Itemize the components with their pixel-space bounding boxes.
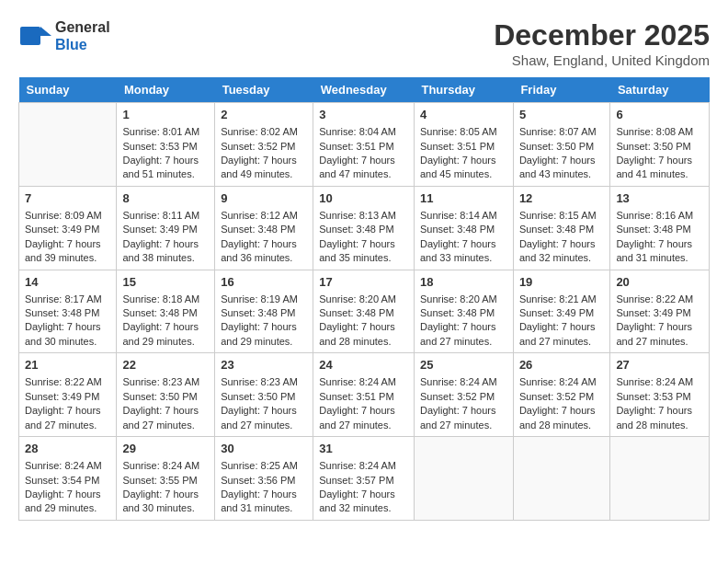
calendar-cell: 28 Sunrise: 8:24 AM Sunset: 3:54 PM Dayl…	[19, 437, 117, 521]
sunset-label: Sunset: 3:48 PM	[319, 224, 393, 235]
day-number: 9	[221, 190, 307, 207]
sunrise-label: Sunrise: 8:19 AM	[221, 293, 298, 304]
sunset-label: Sunset: 3:48 PM	[420, 307, 495, 318]
sunrise-label: Sunrise: 8:23 AM	[221, 376, 298, 387]
day-number: 29	[122, 441, 209, 457]
week-row-2: 14 Sunrise: 8:17 AM Sunset: 3:48 PM Dayl…	[19, 270, 710, 353]
sunset-label: Sunset: 3:57 PM	[319, 475, 393, 486]
sunset-label: Sunset: 3:51 PM	[319, 141, 393, 152]
sunrise-label: Sunrise: 8:24 AM	[420, 376, 497, 387]
calendar-cell: 17 Sunrise: 8:20 AM Sunset: 3:48 PM Dayl…	[313, 270, 415, 353]
sunset-label: Sunset: 3:55 PM	[122, 475, 197, 486]
calendar-cell: 13 Sunrise: 8:16 AM Sunset: 3:48 PM Dayl…	[610, 186, 710, 270]
calendar-cell: 2 Sunrise: 8:02 AM Sunset: 3:52 PM Dayli…	[215, 103, 313, 187]
day-number: 14	[25, 274, 110, 291]
calendar-cell: 20 Sunrise: 8:22 AM Sunset: 3:49 PM Dayl…	[610, 270, 710, 353]
calendar-cell	[414, 437, 513, 521]
calendar-cell: 8 Sunrise: 8:11 AM Sunset: 3:49 PM Dayli…	[117, 186, 215, 270]
logo: General Blue	[18, 18, 110, 53]
month-title: December 2025	[494, 18, 710, 52]
sunset-label: Sunset: 3:49 PM	[25, 224, 99, 235]
calendar-cell: 5 Sunrise: 8:07 AM Sunset: 3:50 PM Dayli…	[513, 103, 610, 187]
sunrise-label: Sunrise: 8:12 AM	[221, 210, 298, 221]
weekday-header-wednesday: Wednesday	[313, 77, 415, 103]
sunrise-label: Sunrise: 8:04 AM	[319, 126, 396, 137]
sunrise-label: Sunrise: 8:22 AM	[25, 376, 102, 387]
daylight-label: Daylight: 7 hours and 28 minutes.	[616, 405, 692, 430]
sunset-label: Sunset: 3:48 PM	[25, 307, 99, 318]
location: Shaw, England, United Kingdom	[494, 52, 710, 68]
calendar-table: SundayMondayTuesdayWednesdayThursdayFrid…	[18, 77, 710, 521]
calendar-cell: 25 Sunrise: 8:24 AM Sunset: 3:52 PM Dayl…	[414, 353, 513, 437]
sunrise-label: Sunrise: 8:24 AM	[519, 376, 597, 387]
sunrise-label: Sunrise: 8:08 AM	[616, 126, 693, 137]
day-number: 28	[25, 441, 110, 457]
calendar-cell: 22 Sunrise: 8:23 AM Sunset: 3:50 PM Dayl…	[117, 353, 215, 437]
day-number: 5	[519, 107, 605, 123]
sunset-label: Sunset: 3:48 PM	[221, 224, 295, 235]
calendar-cell: 30 Sunrise: 8:25 AM Sunset: 3:56 PM Dayl…	[215, 437, 313, 521]
calendar-cell: 3 Sunrise: 8:04 AM Sunset: 3:51 PM Dayli…	[313, 103, 415, 187]
sunrise-label: Sunrise: 8:24 AM	[319, 376, 396, 387]
sunrise-label: Sunrise: 8:18 AM	[122, 293, 199, 304]
logo-icon	[18, 19, 51, 52]
daylight-label: Daylight: 7 hours and 28 minutes.	[519, 405, 596, 430]
day-number: 6	[616, 107, 703, 123]
calendar-cell: 26 Sunrise: 8:24 AM Sunset: 3:52 PM Dayl…	[513, 353, 610, 437]
day-number: 15	[122, 274, 209, 291]
weekday-header-sunday: Sunday	[19, 77, 117, 103]
weekday-header-monday: Monday	[117, 77, 215, 103]
day-number: 11	[420, 190, 507, 207]
calendar-cell: 1 Sunrise: 8:01 AM Sunset: 3:53 PM Dayli…	[117, 103, 215, 187]
calendar-cell: 24 Sunrise: 8:24 AM Sunset: 3:51 PM Dayl…	[313, 353, 415, 437]
sunset-label: Sunset: 3:51 PM	[319, 391, 393, 402]
daylight-label: Daylight: 7 hours and 43 minutes.	[519, 155, 596, 179]
daylight-label: Daylight: 7 hours and 51 minutes.	[122, 155, 199, 179]
day-number: 13	[616, 190, 703, 207]
weekday-header-tuesday: Tuesday	[215, 77, 313, 103]
daylight-label: Daylight: 7 hours and 47 minutes.	[319, 155, 395, 179]
sunrise-label: Sunrise: 8:15 AM	[519, 210, 597, 221]
sunset-label: Sunset: 3:48 PM	[221, 307, 295, 318]
calendar-cell: 31 Sunrise: 8:24 AM Sunset: 3:57 PM Dayl…	[313, 437, 415, 521]
day-number: 8	[122, 190, 209, 207]
title-block: December 2025 Shaw, England, United King…	[494, 18, 710, 68]
sunrise-label: Sunrise: 8:24 AM	[616, 376, 693, 387]
daylight-label: Daylight: 7 hours and 49 minutes.	[221, 155, 297, 179]
calendar-cell: 19 Sunrise: 8:21 AM Sunset: 3:49 PM Dayl…	[513, 270, 610, 353]
calendar-cell: 11 Sunrise: 8:14 AM Sunset: 3:48 PM Dayl…	[414, 186, 513, 270]
sunset-label: Sunset: 3:49 PM	[616, 307, 690, 318]
sunset-label: Sunset: 3:56 PM	[221, 475, 295, 486]
calendar-cell: 18 Sunrise: 8:20 AM Sunset: 3:48 PM Dayl…	[414, 270, 513, 353]
calendar-cell: 15 Sunrise: 8:18 AM Sunset: 3:48 PM Dayl…	[117, 270, 215, 353]
weekday-header-row: SundayMondayTuesdayWednesdayThursdayFrid…	[19, 77, 710, 103]
day-number: 31	[319, 441, 408, 457]
daylight-label: Daylight: 7 hours and 30 minutes.	[122, 488, 199, 513]
daylight-label: Daylight: 7 hours and 27 minutes.	[616, 321, 692, 346]
sunset-label: Sunset: 3:51 PM	[420, 141, 495, 152]
sunset-label: Sunset: 3:48 PM	[616, 224, 690, 235]
day-number: 7	[25, 190, 110, 207]
week-row-3: 21 Sunrise: 8:22 AM Sunset: 3:49 PM Dayl…	[19, 353, 710, 437]
weekday-header-saturday: Saturday	[610, 77, 710, 103]
sunrise-label: Sunrise: 8:01 AM	[122, 126, 199, 137]
sunset-label: Sunset: 3:48 PM	[420, 224, 495, 235]
day-number: 12	[519, 190, 605, 207]
day-number: 25	[420, 357, 507, 373]
sunset-label: Sunset: 3:53 PM	[122, 141, 197, 152]
daylight-label: Daylight: 7 hours and 30 minutes.	[25, 321, 101, 346]
calendar-cell: 29 Sunrise: 8:24 AM Sunset: 3:55 PM Dayl…	[117, 437, 215, 521]
weekday-header-friday: Friday	[513, 77, 610, 103]
daylight-label: Daylight: 7 hours and 38 minutes.	[122, 238, 199, 263]
sunset-label: Sunset: 3:50 PM	[616, 141, 690, 152]
day-number: 18	[420, 274, 507, 291]
sunset-label: Sunset: 3:49 PM	[519, 307, 594, 318]
sunrise-label: Sunrise: 8:23 AM	[122, 376, 199, 387]
calendar-cell: 21 Sunrise: 8:22 AM Sunset: 3:49 PM Dayl…	[19, 353, 117, 437]
sunrise-label: Sunrise: 8:22 AM	[616, 293, 693, 304]
week-row-0: 1 Sunrise: 8:01 AM Sunset: 3:53 PM Dayli…	[19, 103, 710, 187]
sunset-label: Sunset: 3:52 PM	[519, 391, 594, 402]
sunset-label: Sunset: 3:50 PM	[221, 391, 295, 402]
sunset-label: Sunset: 3:48 PM	[122, 307, 197, 318]
calendar-cell: 4 Sunrise: 8:05 AM Sunset: 3:51 PM Dayli…	[414, 103, 513, 187]
